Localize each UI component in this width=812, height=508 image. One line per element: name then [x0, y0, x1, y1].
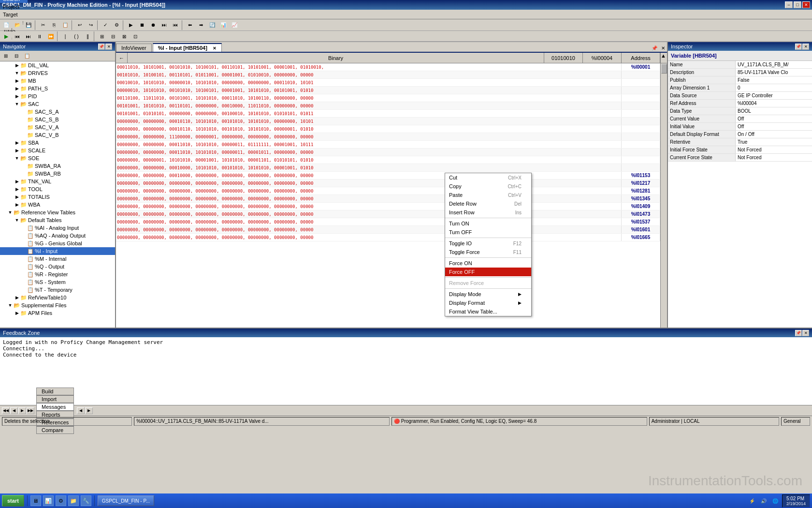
btn9[interactable]: ⏮ [170, 20, 181, 30]
cut-btn[interactable]: ✂ [38, 20, 48, 30]
grid-row-15[interactable]: 00000000, 00000000, 00000000, 00000000, … [116, 179, 660, 187]
tree-item-0[interactable]: ▶📁DIL_VAL [0, 61, 115, 69]
new-btn[interactable]: 📄 [1, 20, 12, 30]
ctx-item-toggle-io[interactable]: Toggle IOF12 [445, 239, 531, 248]
scrollbar-thumb[interactable] [661, 64, 667, 74]
tree-item-26[interactable]: 📋%Q - Output [0, 263, 115, 270]
grid-col-binary[interactable]: Binary [128, 53, 544, 63]
close-content-btn[interactable]: ✕ [659, 45, 667, 52]
tree-item-16[interactable]: ▶📁TOOL [0, 185, 115, 193]
grid-row-11[interactable]: 00000000, 00000000, 00011010, 10101010, … [116, 149, 660, 156]
tree-toggle-11[interactable]: ▶ [14, 147, 20, 154]
tree-item-11[interactable]: ▶📁SCALE [0, 147, 115, 154]
run-btn[interactable]: ▶ [1, 31, 12, 41]
copy-btn[interactable]: ⎘ [49, 20, 59, 30]
tree-item-21[interactable]: 📋%AI - Analog Input [0, 224, 115, 232]
logic-btn[interactable]: | [60, 31, 71, 41]
tree-item-29[interactable]: 📋%T - Temporary [0, 286, 115, 294]
tree-item-5[interactable]: ▼📂SAC [0, 100, 115, 108]
bottom-scroll-right[interactable]: ▶ [85, 407, 93, 414]
tree-item-20[interactable]: ▼📂Default Tables [0, 216, 115, 224]
tree-item-10[interactable]: ▶📁SBA [0, 139, 115, 147]
grid-row-7[interactable]: 00000000, 00000000, 00010110, 10101010, … [116, 118, 660, 125]
tab-input[interactable]: %I - Input [HBR504] ✕ [153, 43, 222, 52]
grid-row-4[interactable]: 00110100, 11011010, 00101001, 10101010, … [116, 94, 660, 102]
redo-btn[interactable]: ↪ [86, 20, 96, 30]
taskbar-icon-3[interactable]: ⚙ [56, 495, 66, 506]
bottom-tab-compare[interactable]: Compare [36, 426, 74, 434]
tree-toggle-22[interactable] [20, 232, 27, 239]
ctx-item-paste[interactable]: PasteCtrl+V [445, 191, 531, 199]
tree-toggle-5[interactable]: ▼ [14, 101, 20, 107]
tree-item-14[interactable]: 📁SWBA_RB [0, 170, 115, 178]
tree-item-31[interactable]: ▼📂Supplemental Files [0, 301, 115, 309]
tree-toggle-6[interactable] [20, 108, 27, 115]
btn22[interactable]: ⊠ [119, 31, 130, 41]
tree-toggle-10[interactable]: ▶ [14, 139, 20, 146]
maximize-button[interactable]: □ [794, 1, 801, 8]
tray-icon-2[interactable]: 🔊 [759, 497, 768, 505]
ctx-item-delete-row[interactable]: Delete RowDel [445, 199, 531, 208]
tree-toggle-13[interactable] [20, 163, 27, 169]
btn6[interactable]: ⏹ [137, 20, 147, 30]
ctx-item-display-format[interactable]: Display Format▶ [445, 299, 531, 307]
tree-item-25[interactable]: 📋%M - Internal [0, 255, 115, 263]
save-btn[interactable]: 💾 [23, 20, 34, 30]
tree-item-18[interactable]: ▶📁WBA [0, 201, 115, 209]
check-btn[interactable]: ✓ [100, 20, 111, 30]
tree-toggle-4[interactable]: ▶ [14, 93, 20, 100]
tree-item-30[interactable]: ▶📁RefViewTable10 [0, 294, 115, 301]
tree-item-17[interactable]: ▶📁TOTALIS [0, 193, 115, 201]
bottom-scroll-left[interactable]: ◀ [77, 407, 85, 414]
tree-item-27[interactable]: 📋%R - Register [0, 270, 115, 278]
tree-toggle-32[interactable]: ▶ [14, 310, 20, 316]
tree-toggle-0[interactable]: ▶ [14, 62, 20, 69]
grid-row-16[interactable]: 00000000, 00000000, 00000000, 00000000, … [116, 187, 660, 195]
coil-btn[interactable]: ( ) [71, 31, 82, 41]
grid-row-18[interactable]: 00000000, 00000000, 00000000, 00000000, … [116, 203, 660, 210]
grid-col-address[interactable]: Address [622, 53, 660, 63]
grid-col-back[interactable]: ← [116, 53, 128, 63]
tree-toggle-23[interactable] [20, 240, 27, 247]
grid-row-1[interactable]: 00101010, 10100101, 00110101, 01011001, … [116, 71, 660, 79]
tree-item-3[interactable]: ▶📁PATH_S [0, 85, 115, 92]
tree-item-22[interactable]: 📋%AQ - Analog Output [0, 232, 115, 239]
tab-close-btn[interactable]: ✕ [213, 46, 217, 51]
tree-toggle-19[interactable]: ▼ [7, 209, 14, 216]
nav-close-btn[interactable]: ✕ [105, 44, 112, 50]
undo-btn[interactable]: ↩ [74, 20, 85, 30]
grid-row-13[interactable]: 00000000, 00000000, 00010000, 10101010, … [116, 164, 660, 172]
tree-toggle-24[interactable] [20, 248, 27, 254]
tree-toggle-3[interactable]: ▶ [14, 85, 20, 92]
grid-scrollbar-top[interactable]: ▲ [660, 53, 667, 63]
tree-item-9[interactable]: 📁SAC_V_B [0, 131, 115, 139]
feedback-pin-btn[interactable]: 📌 [795, 330, 802, 336]
step-btn[interactable]: ⏩ [45, 31, 56, 41]
tree-toggle-15[interactable]: ▶ [14, 178, 20, 185]
tree-toggle-29[interactable] [20, 286, 27, 293]
tree-toggle-30[interactable]: ▶ [14, 294, 20, 301]
tree-toggle-2[interactable]: ▶ [14, 77, 20, 84]
grid-row-6[interactable]: 00101001, 01010101, 00000000, 00000000, … [116, 110, 660, 118]
stop-btn[interactable]: ⏮ [12, 31, 23, 41]
grid-row-20[interactable]: 00000000, 00000000, 00000000, 00000000, … [116, 218, 660, 226]
grid-scrollbar[interactable] [660, 63, 667, 328]
menu-item-project[interactable]: Project [0, 3, 28, 11]
tab-fwd-btn[interactable]: ▶ [18, 407, 26, 414]
tree-toggle-8[interactable] [20, 124, 27, 131]
ctx-item-toggle-force[interactable]: Toggle ForceF11 [445, 248, 531, 256]
paste-btn[interactable]: 📋 [60, 20, 71, 30]
tree-toggle-26[interactable] [20, 263, 27, 270]
btn21[interactable]: ⊟ [108, 31, 118, 41]
open-btn[interactable]: 📂 [12, 20, 23, 30]
tree-item-12[interactable]: ▼📂SOE [0, 154, 115, 162]
tray-icon-3[interactable]: 🌐 [770, 497, 780, 505]
verify-btn[interactable]: ⚙ [111, 20, 122, 30]
tree-toggle-16[interactable]: ▶ [14, 186, 20, 193]
btn20[interactable]: ⊞ [97, 31, 107, 41]
tree-toggle-12[interactable]: ▼ [14, 155, 20, 162]
bottom-tab-build[interactable]: Build [36, 388, 74, 395]
grid-row-17[interactable]: 00000000, 00000000, 00000000, 00000000, … [116, 195, 660, 203]
tray-icon-1[interactable]: ⚡ [747, 497, 757, 505]
grid-row-10[interactable]: 00000000, 00000000, 00011010, 10101010, … [116, 141, 660, 149]
